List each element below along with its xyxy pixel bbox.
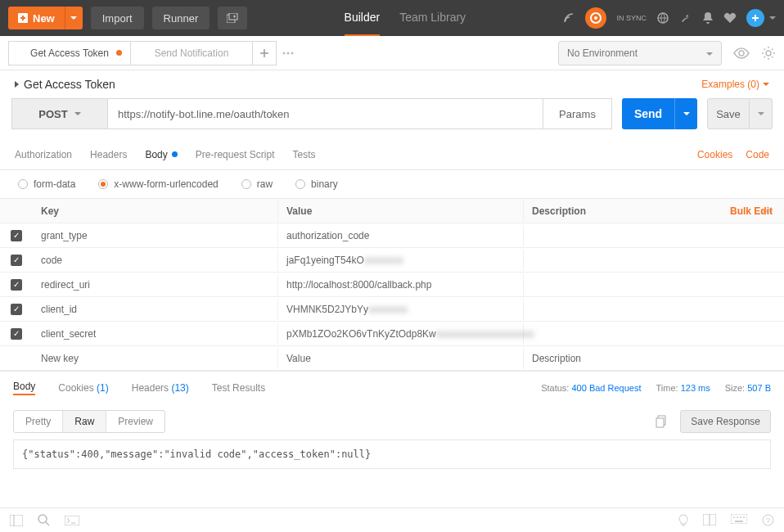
- row-checkbox[interactable]: [0, 249, 33, 271]
- subtab-body[interactable]: Body: [145, 139, 177, 169]
- new-button[interactable]: New: [8, 7, 65, 29]
- request-tab-1[interactable]: Send Notification: [130, 41, 253, 65]
- new-description-cell[interactable]: Description: [524, 348, 735, 369]
- two-pane-button[interactable]: [703, 514, 716, 527]
- response-tab-body[interactable]: Body: [13, 381, 35, 395]
- runner-button[interactable]: Runner: [152, 7, 210, 29]
- environment-label: No Environment: [567, 47, 638, 59]
- response-body[interactable]: {"status":400,"message":"invalid code","…: [13, 440, 771, 469]
- environment-preview-button[interactable]: [733, 47, 750, 59]
- heart-icon[interactable]: [723, 12, 737, 24]
- param-value-cell[interactable]: VHMNK5D2JYbYyxxxxxxxx: [278, 299, 524, 320]
- request-tab-label: Get Access Token: [30, 47, 109, 59]
- copy-response-button[interactable]: [652, 412, 672, 431]
- param-key-cell[interactable]: redirect_uri: [33, 274, 278, 295]
- console-icon: [65, 516, 79, 525]
- import-button[interactable]: Import: [91, 7, 144, 29]
- keyboard-button[interactable]: [731, 514, 747, 527]
- bodytype-raw[interactable]: raw: [241, 178, 273, 190]
- response-tab-tests[interactable]: Test Results: [212, 382, 265, 394]
- console-button[interactable]: [65, 516, 79, 525]
- satellite-icon[interactable]: [562, 11, 575, 25]
- param-key-cell[interactable]: client_secret: [33, 323, 278, 345]
- bell-icon[interactable]: [702, 11, 714, 25]
- caret-right-icon: [15, 81, 19, 88]
- chevron-down-icon[interactable]: [769, 16, 776, 20]
- new-value-cell[interactable]: Value: [278, 348, 524, 369]
- response-tab-headers-count: (13): [171, 382, 188, 394]
- sidebar-toggle-button[interactable]: [10, 515, 23, 526]
- find-button[interactable]: [38, 514, 50, 526]
- col-value: Value: [278, 201, 524, 222]
- help-button[interactable]: ?: [762, 514, 774, 527]
- url-input[interactable]: [108, 98, 543, 129]
- param-description-cell[interactable]: [524, 231, 735, 241]
- param-description-cell[interactable]: [524, 255, 735, 265]
- bulk-edit-link[interactable]: Bulk Edit: [702, 205, 784, 217]
- param-value-cell[interactable]: http://localhost:8000/callback.php: [278, 274, 524, 295]
- send-dropdown[interactable]: [674, 98, 697, 129]
- tab-options-button[interactable]: [276, 41, 300, 65]
- new-key-cell[interactable]: New key: [33, 348, 278, 369]
- environment-settings-button[interactable]: [761, 46, 776, 61]
- radio-icon: [241, 179, 251, 189]
- row-checkbox[interactable]: [0, 273, 33, 295]
- environment-select[interactable]: No Environment: [558, 41, 722, 65]
- param-key-cell[interactable]: client_id: [33, 299, 278, 320]
- subtab-headers[interactable]: Headers: [90, 139, 127, 169]
- save-button[interactable]: Save: [707, 98, 750, 129]
- wrench-icon[interactable]: [679, 11, 692, 25]
- request-title[interactable]: Get Access Token: [15, 78, 115, 91]
- table-row-new[interactable]: New key Value Description: [0, 346, 784, 371]
- param-description-cell[interactable]: [524, 329, 735, 339]
- bodytype-urlencoded[interactable]: x-www-form-urlencoded: [98, 178, 218, 190]
- sync-indicator[interactable]: [585, 7, 606, 29]
- param-description-cell[interactable]: [524, 304, 735, 314]
- globe-icon[interactable]: [656, 11, 669, 25]
- new-window-button[interactable]: [218, 7, 247, 29]
- param-value-cell[interactable]: pXMb1ZOo2KO6vTnKyZtOdp8Kwxxxxxxxxxxxxxxx…: [278, 323, 524, 345]
- svg-point-23: [740, 516, 741, 518]
- gear-icon: [761, 46, 776, 61]
- row-checkbox[interactable]: [0, 298, 33, 320]
- param-value-cell[interactable]: jaFq1yeingT54kOxxxxxxxx: [278, 250, 524, 271]
- account-button[interactable]: [746, 9, 764, 27]
- bodytype-form-data[interactable]: form-data: [18, 178, 75, 190]
- response-tab-cookies-label: Cookies: [58, 382, 93, 394]
- add-tab-button[interactable]: [252, 41, 277, 65]
- code-link[interactable]: Code: [746, 149, 769, 160]
- request-tab-0[interactable]: Get Access Token: [8, 41, 131, 65]
- params-button[interactable]: Params: [543, 98, 612, 129]
- time-field: Time: 123 ms: [656, 383, 710, 393]
- param-description-cell[interactable]: [524, 280, 735, 290]
- view-raw[interactable]: Raw: [63, 411, 106, 432]
- bodytype-binary[interactable]: binary: [295, 178, 338, 190]
- row-checkbox[interactable]: [0, 224, 33, 246]
- save-dropdown[interactable]: [750, 98, 773, 129]
- table-row: codejaFq1yeingT54kOxxxxxxxx: [0, 248, 784, 273]
- view-pretty[interactable]: Pretty: [14, 411, 63, 432]
- view-preview[interactable]: Preview: [106, 411, 164, 432]
- param-key-cell[interactable]: grant_type: [33, 225, 278, 246]
- new-dropdown[interactable]: [65, 7, 83, 29]
- help-tips-button[interactable]: [678, 514, 688, 527]
- svg-point-8: [291, 52, 294, 54]
- ellipsis-icon: [282, 52, 294, 55]
- examples-dropdown[interactable]: Examples (0): [701, 79, 769, 90]
- subtab-tests[interactable]: Tests: [292, 139, 315, 169]
- send-button[interactable]: Send: [622, 98, 674, 129]
- nav-builder[interactable]: Builder: [345, 0, 381, 36]
- cookies-link[interactable]: Cookies: [697, 149, 732, 160]
- nav-team-library[interactable]: Team Library: [399, 0, 466, 36]
- subtab-authorization[interactable]: Authorization: [15, 139, 72, 169]
- response-tab-headers[interactable]: Headers (13): [132, 382, 189, 394]
- svg-point-10: [766, 51, 771, 56]
- method-select[interactable]: POST: [11, 98, 108, 129]
- save-response-button[interactable]: Save Response: [680, 410, 771, 433]
- row-checkbox[interactable]: [0, 322, 33, 345]
- param-value-cell[interactable]: authorization_code: [278, 225, 524, 246]
- param-key-cell[interactable]: code: [33, 250, 278, 271]
- subtab-prerequest[interactable]: Pre-request Script: [196, 139, 275, 169]
- request-subtabs: Authorization Headers Body Pre-request S…: [0, 139, 784, 170]
- response-tab-cookies[interactable]: Cookies (1): [58, 382, 108, 394]
